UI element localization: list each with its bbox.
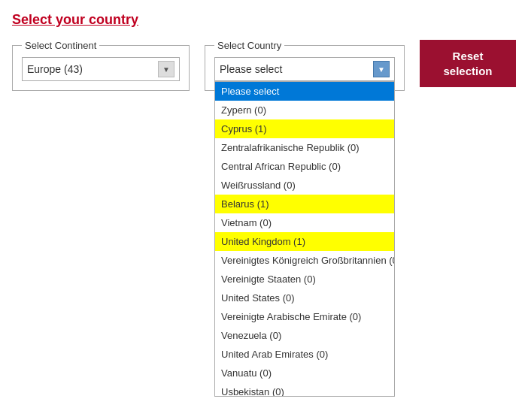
continent-arrow-icon[interactable]: ▼ xyxy=(158,61,174,77)
dropdown-item[interactable]: United Arab Emirates (0) xyxy=(215,345,394,364)
dropdown-item[interactable]: United States (0) xyxy=(215,289,394,307)
page-title[interactable]: Select your country xyxy=(12,12,516,28)
dropdown-item[interactable]: Please select xyxy=(215,82,394,101)
country-arrow-icon[interactable]: ▼ xyxy=(373,61,390,77)
dropdown-item[interactable]: Vereinigte Arabische Emirate (0) xyxy=(215,307,394,326)
country-select-box[interactable]: Please select ▼ xyxy=(214,57,395,81)
continent-select[interactable]: Europe (43) ▼ xyxy=(22,57,180,81)
dropdown-item[interactable]: Vereinigte Staaten (0) xyxy=(215,270,394,289)
dropdown-item[interactable]: Vereinigtes Königreich Großbritannien (0… xyxy=(215,251,394,270)
continent-legend: Select Continent xyxy=(22,40,99,51)
dropdown-item[interactable]: Zypern (0) xyxy=(215,101,394,119)
dropdown-item[interactable]: Vietnam (0) xyxy=(215,213,394,232)
dropdown-item[interactable]: United Kingdom (1) xyxy=(215,232,394,251)
dropdown-item[interactable]: Cyprus (1) xyxy=(215,119,394,138)
dropdown-item[interactable]: Venezuela (0) xyxy=(215,326,394,345)
dropdown-item[interactable]: Central African Republic (0) xyxy=(215,157,394,176)
country-placeholder: Please select xyxy=(220,63,373,75)
dropdown-item[interactable]: Zentralafrikanische Republik (0) xyxy=(215,138,394,157)
country-legend: Select Country xyxy=(214,40,284,51)
continent-value: Europe (43) xyxy=(27,63,158,75)
country-dropdown-list: Please selectZypern (0)Cyprus (1)Zentral… xyxy=(214,81,395,397)
country-dropdown-wrapper: Please select ▼ Please selectZypern (0)C… xyxy=(214,57,395,81)
continent-fieldset: Select Continent Europe (43) ▼ xyxy=(12,40,190,91)
dropdown-item[interactable]: Belarus (1) xyxy=(215,195,394,213)
dropdown-item[interactable]: Weißrussland (0) xyxy=(215,176,394,195)
dropdown-item[interactable]: Usbekistan (0) xyxy=(215,382,394,397)
country-fieldset: Select Country Please select ▼ Please se… xyxy=(205,40,405,91)
reset-selection-button[interactable]: Reset selection xyxy=(420,40,516,87)
dropdown-item[interactable]: Vanuatu (0) xyxy=(215,364,394,382)
